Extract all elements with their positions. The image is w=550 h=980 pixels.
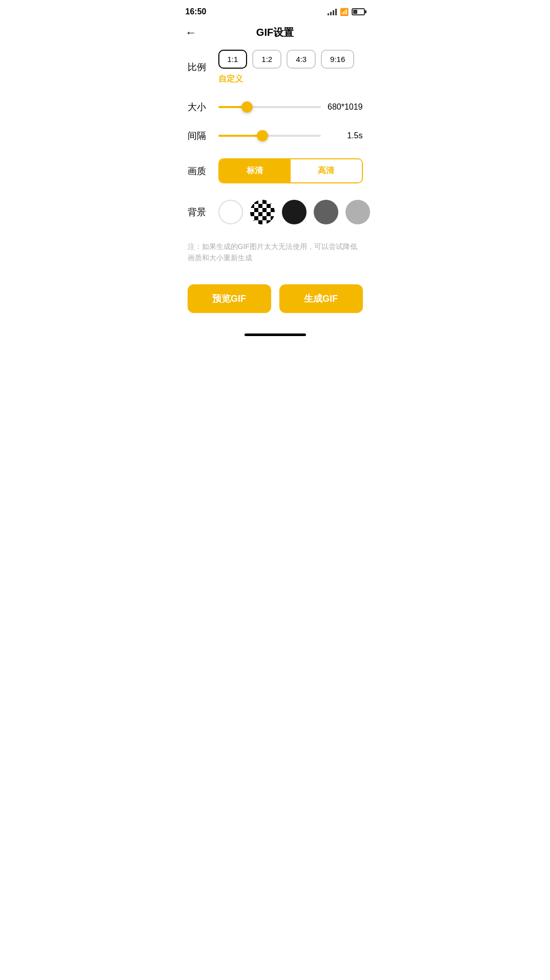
wifi-icon: 📶 <box>340 8 349 16</box>
interval-section: 间隔 1.5s <box>188 130 363 142</box>
generate-gif-button[interactable]: 生成GIF <box>279 284 363 313</box>
status-right: 📶 <box>328 8 365 16</box>
background-section: 背景 <box>188 200 363 224</box>
ratio-btn-1-2[interactable]: 1:2 <box>252 50 281 69</box>
quality-standard[interactable]: 标清 <box>219 159 291 182</box>
interval-slider-track <box>218 135 321 137</box>
preview-gif-button[interactable]: 预览GIF <box>188 284 271 313</box>
interval-value: 1.5s <box>327 131 363 140</box>
action-buttons: 预览GIF 生成GIF <box>188 284 363 313</box>
quality-toggle: 标清 高清 <box>218 158 363 183</box>
background-label: 背景 <box>188 206 218 218</box>
ratio-section: 比例 1:1 1:2 4:3 9:16 自定义 <box>188 50 363 85</box>
interval-slider-thumb[interactable] <box>257 130 268 141</box>
quality-section: 画质 标清 高清 <box>188 158 363 183</box>
ratio-options: 1:1 1:2 4:3 9:16 自定义 <box>218 50 363 85</box>
size-slider-thumb[interactable] <box>241 101 253 113</box>
quality-hd[interactable]: 高清 <box>291 159 362 182</box>
size-slider-wrapper <box>218 106 321 108</box>
bg-dark-gray[interactable] <box>314 200 338 224</box>
interval-slider-section: 1.5s <box>218 131 363 140</box>
ratio-label: 比例 <box>188 61 218 73</box>
header: ← GIF设置 <box>175 19 375 50</box>
size-slider-track <box>218 106 321 108</box>
page-title: GIF设置 <box>256 26 294 39</box>
size-slider-section: 680*1019 <box>218 102 363 112</box>
quality-label: 画质 <box>188 165 218 177</box>
bg-light-gray[interactable] <box>345 200 370 224</box>
home-indicator <box>245 333 306 336</box>
status-time: 16:50 <box>186 7 207 16</box>
bg-checker[interactable] <box>250 200 275 224</box>
back-button[interactable]: ← <box>186 26 197 39</box>
ratio-btn-1-1[interactable]: 1:1 <box>218 50 248 69</box>
note-text: 注：如果生成的GIF图片太大无法使用，可以尝试降低画质和大小重新生成 <box>188 241 363 264</box>
ratio-btn-4-3[interactable]: 4:3 <box>287 50 316 69</box>
size-section: 大小 680*1019 <box>188 101 363 113</box>
status-bar: 16:50 📶 <box>175 0 375 19</box>
ratio-btn-9-16[interactable]: 9:16 <box>321 50 354 69</box>
bg-black[interactable] <box>282 200 307 224</box>
size-value: 680*1019 <box>327 102 363 112</box>
interval-label: 间隔 <box>188 130 218 142</box>
battery-fill <box>353 10 357 14</box>
battery-icon <box>352 8 365 15</box>
background-options <box>218 200 375 224</box>
content: 比例 1:1 1:2 4:3 9:16 自定义 大小 680*1019 间隔 <box>175 50 375 313</box>
bg-white[interactable] <box>218 200 243 224</box>
size-label: 大小 <box>188 101 218 113</box>
ratio-custom-btn[interactable]: 自定义 <box>218 74 243 85</box>
interval-slider-fill <box>218 135 262 137</box>
interval-slider-wrapper <box>218 135 321 137</box>
signal-icon <box>328 8 337 15</box>
